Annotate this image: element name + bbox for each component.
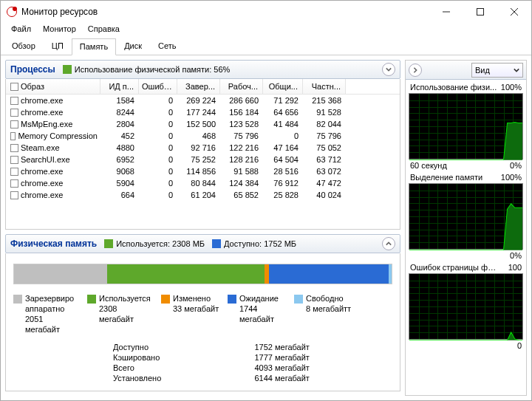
table-row[interactable]: Memory Compression452046875 796075 796 — [6, 130, 400, 142]
graph-min: 0% — [510, 251, 522, 260]
cell-shared: 28 516 — [263, 167, 303, 176]
right-body[interactable]: Использование физи...100%60 секунд0%Выде… — [406, 80, 526, 395]
cell-commit: 92 716 — [177, 143, 220, 152]
minimize-button[interactable] — [429, 1, 463, 23]
standby-swatch — [228, 295, 236, 304]
close-button[interactable] — [497, 1, 531, 23]
cell-shared: 76 912 — [263, 179, 303, 188]
cell-working: 124 384 — [220, 179, 263, 188]
select-all-checkbox[interactable] — [10, 83, 18, 91]
cell-shared: 0 — [263, 131, 303, 140]
right-column: Вид Использование физи...100%60 секунд0%… — [405, 60, 527, 396]
stat-value: 6144 мегабайт — [254, 373, 392, 383]
row-checkbox[interactable] — [10, 132, 16, 140]
collapse-physmem-button[interactable] — [382, 237, 395, 250]
view-dropdown[interactable]: Вид — [471, 63, 523, 78]
th-private[interactable]: Частн... — [303, 79, 346, 94]
row-checkbox[interactable] — [10, 144, 18, 152]
tab-cpu[interactable]: ЦП — [44, 38, 72, 55]
row-checkbox[interactable] — [10, 191, 18, 199]
menu-file[interactable]: Файл — [5, 23, 37, 38]
row-checkbox[interactable] — [10, 97, 18, 105]
cell-private: 91 528 — [303, 108, 346, 117]
cell-private: 75 052 — [303, 143, 346, 152]
row-checkbox[interactable] — [10, 109, 18, 117]
cell-hardfaults: 0 — [139, 167, 177, 176]
th-pid[interactable]: ИД п... — [100, 79, 139, 94]
inuse-swatch — [87, 295, 96, 304]
inuse-swatch-icon — [104, 239, 113, 248]
row-checkbox[interactable] — [10, 168, 18, 176]
cell-working: 91 588 — [220, 167, 263, 176]
cell-working: 123 528 — [220, 120, 263, 128]
th-commit[interactable]: Завер... — [177, 79, 220, 94]
expand-right-button[interactable] — [409, 64, 422, 77]
cell-pid: 4880 — [100, 143, 139, 152]
graph-max: 100 — [508, 263, 522, 272]
table-row[interactable]: chrome.exe5904080 844124 38476 91247 472 — [6, 177, 400, 189]
th-hardfaults[interactable]: Ошибо... — [139, 79, 177, 94]
table-row[interactable]: SearchUI.exe6952075 252128 21664 50463 7… — [6, 154, 400, 165]
th-working[interactable]: Рабоч... — [220, 79, 263, 94]
cell-private: 47 472 — [303, 179, 346, 188]
tab-memory[interactable]: Память — [72, 38, 116, 55]
modified-swatch — [161, 295, 170, 304]
tab-overview[interactable]: Обзор — [4, 38, 44, 55]
cell-commit: 80 844 — [177, 179, 220, 188]
bar-inuse — [107, 264, 265, 284]
stat-key: Всего — [113, 363, 244, 373]
cell-commit: 114 856 — [177, 167, 220, 176]
menu-monitor[interactable]: Монитор — [37, 23, 82, 38]
processes-header[interactable]: Процессы Использование физической памяти… — [5, 60, 400, 79]
window-title: Монитор ресурсов — [21, 7, 429, 17]
cell-working: 128 216 — [220, 155, 263, 164]
graph-panel: Использование физи...100%60 секунд0% — [409, 83, 523, 170]
graph-canvas — [409, 183, 523, 250]
process-name: SearchUI.exe — [21, 155, 70, 164]
table-row[interactable]: chrome.exe664061 20465 85225 82840 024 — [6, 189, 400, 201]
phys-memory-header[interactable]: Физическая память Используется: 2308 МБ … — [5, 234, 400, 253]
cell-shared: 64 656 — [263, 108, 303, 117]
cell-private: 63 712 — [303, 155, 346, 164]
cell-working: 122 216 — [220, 143, 263, 152]
title-bar: Монитор ресурсов — [1, 1, 531, 23]
stat-value: 1777 мегабайт — [254, 352, 392, 363]
stat-value: 1752 мегабайт — [254, 342, 392, 352]
menu-bar: Файл Монитор Справка — [1, 23, 531, 38]
cell-hardfaults: 0 — [139, 191, 177, 199]
cell-commit: 177 244 — [177, 108, 220, 117]
table-row[interactable]: chrome.exe90680114 85691 58828 51663 072 — [6, 165, 400, 177]
free-swatch — [294, 295, 303, 304]
processes-table: Образ ИД п... Ошибо... Завер... Рабоч...… — [5, 79, 400, 230]
avail-swatch-icon — [212, 239, 221, 248]
legend-standby: Ожидание1744мегабайт — [228, 293, 294, 335]
row-checkbox[interactable] — [10, 120, 18, 128]
table-row[interactable]: MsMpEng.exe28040152 500123 52841 48482 0… — [6, 118, 400, 130]
row-checkbox[interactable] — [10, 179, 18, 188]
th-shared[interactable]: Общи... — [263, 79, 303, 94]
cell-commit: 269 224 — [177, 96, 220, 105]
table-header-row: Образ ИД п... Ошибо... Завер... Рабоч...… — [6, 79, 400, 95]
stat-key: Кэшировано — [113, 352, 244, 363]
table-row[interactable]: Steam.exe4880092 716122 21647 16475 052 — [6, 142, 400, 154]
table-row[interactable]: chrome.exe15840269 224286 66071 292215 3… — [6, 95, 400, 106]
tab-network[interactable]: Сеть — [150, 38, 184, 55]
cell-shared: 64 504 — [263, 155, 303, 164]
menu-help[interactable]: Справка — [82, 23, 126, 38]
table-body[interactable]: chrome.exe15840269 224286 66071 292215 3… — [6, 95, 400, 229]
cell-pid: 6952 — [100, 155, 139, 164]
bar-standby — [269, 264, 389, 284]
cell-private: 75 796 — [303, 131, 346, 140]
maximize-button[interactable] — [463, 1, 497, 23]
collapse-processes-button[interactable] — [382, 63, 395, 76]
phys-memory-title: Физическая память — [10, 239, 97, 249]
legend-inuse: Используется2308мегабайт — [87, 293, 161, 335]
th-image[interactable]: Образ — [6, 79, 100, 94]
processes-status: Использование физической памяти: 56% — [63, 65, 231, 74]
row-checkbox[interactable] — [10, 156, 18, 164]
cell-pid: 1584 — [100, 96, 139, 105]
cell-hardfaults: 0 — [139, 96, 177, 105]
table-row[interactable]: chrome.exe82440177 244156 18464 65691 52… — [6, 106, 400, 118]
tab-disk[interactable]: Диск — [116, 38, 150, 55]
phys-used-label: Используется: 2308 МБ — [116, 239, 205, 248]
